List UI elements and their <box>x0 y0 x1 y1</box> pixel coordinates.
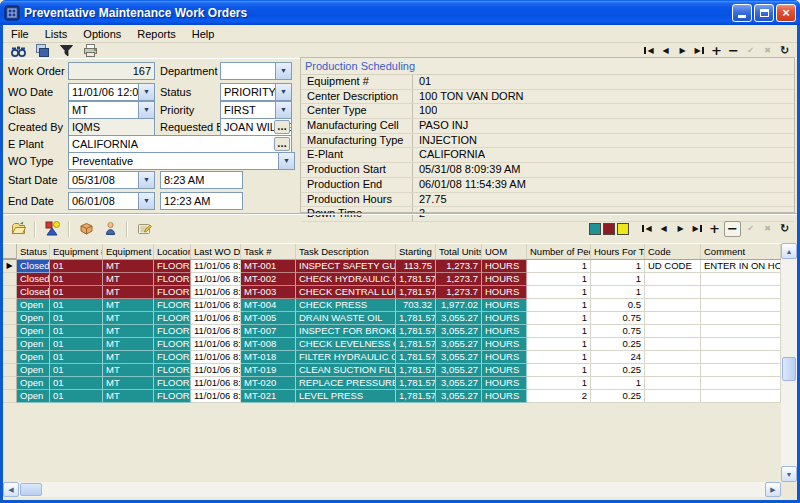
cell-uom[interactable]: HOURS <box>482 377 527 390</box>
cell-equipment_class[interactable]: MT <box>103 286 154 299</box>
cell-hours[interactable]: 1 <box>591 286 645 299</box>
ellipsis-icon[interactable]: … <box>274 120 290 134</box>
cell-uom[interactable]: HOURS <box>482 312 527 325</box>
nav-last-button[interactable]: ▶ <box>690 222 705 236</box>
table-row[interactable]: Open01MTFLOOR ...11/01/06 8:2...MT-007IN… <box>3 325 781 338</box>
cell-task_description[interactable]: INSPECT FOR BROKE... <box>296 325 396 338</box>
cell-task[interactable]: MT-002 <box>241 273 296 286</box>
cell-task[interactable]: MT-007 <box>241 325 296 338</box>
nav-next-button[interactable]: ▶ <box>673 222 688 236</box>
cell-comment[interactable] <box>701 325 781 338</box>
cell-last_wo_date[interactable]: 11/01/06 8:2... <box>191 325 241 338</box>
table-row[interactable]: Closed01MTFLOOR ...11/01/06 8:2...MT-003… <box>3 286 781 299</box>
chevron-down-icon[interactable]: ▼ <box>138 172 154 188</box>
cell-task[interactable]: MT-020 <box>241 377 296 390</box>
cell-location[interactable]: FLOOR ... <box>154 312 191 325</box>
cell-location[interactable]: FLOOR ... <box>154 351 191 364</box>
cell-code[interactable] <box>645 338 701 351</box>
wo-date-field[interactable]: 11/01/06 12:00:00 AM▼ <box>68 83 155 101</box>
filter-button[interactable] <box>56 42 76 59</box>
department-field[interactable]: ▼ <box>220 62 292 80</box>
class-field[interactable]: MT▼ <box>68 101 155 119</box>
column-header-code[interactable]: Code <box>645 244 701 259</box>
cell-uom[interactable]: HOURS <box>482 390 527 403</box>
cell-equipment_class[interactable]: MT <box>103 351 154 364</box>
cell-comment[interactable] <box>701 286 781 299</box>
cell-uom[interactable]: HOURS <box>482 325 527 338</box>
ellipsis-icon[interactable]: … <box>274 137 290 151</box>
created-by-field[interactable]: IQMS <box>68 118 155 136</box>
cell-total_units[interactable]: 1,273.7 <box>436 260 482 273</box>
cell-equipment[interactable]: 01 <box>50 286 103 299</box>
requested-by-field[interactable]: JOAN WILDER… <box>220 118 292 136</box>
row-marker[interactable] <box>3 390 17 403</box>
cell-status[interactable]: Closed <box>17 260 50 273</box>
cell-location[interactable]: FLOOR ... <box>154 273 191 286</box>
cell-code[interactable] <box>645 325 701 338</box>
nav-insert-button[interactable]: + <box>709 43 724 57</box>
cell-people[interactable]: 1 <box>527 364 591 377</box>
cell-starting_units[interactable]: 1,781.57 <box>396 377 436 390</box>
cell-equipment_class[interactable]: MT <box>103 325 154 338</box>
table-row[interactable]: Open01MTFLOOR ...11/01/06 8:2...MT-005DR… <box>3 312 781 325</box>
cell-equipment[interactable]: 01 <box>50 260 103 273</box>
cell-task[interactable]: MT-004 <box>241 299 296 312</box>
close-button[interactable]: × <box>776 4 796 22</box>
cell-task_description[interactable]: LEVEL PRESS <box>296 390 396 403</box>
row-marker[interactable] <box>3 286 17 299</box>
cell-equipment_class[interactable]: MT <box>103 260 154 273</box>
cell-total_units[interactable]: 1,273.7 <box>436 273 482 286</box>
cell-status[interactable]: Open <box>17 338 50 351</box>
cell-location[interactable]: FLOOR ... <box>154 364 191 377</box>
nav-refresh-button[interactable]: ↻ <box>777 222 792 236</box>
table-row[interactable]: Closed01MTFLOOR ...11/01/06 8:2...MT-002… <box>3 273 781 286</box>
row-marker[interactable] <box>3 312 17 325</box>
cell-equipment_class[interactable]: MT <box>103 338 154 351</box>
cell-people[interactable]: 1 <box>527 273 591 286</box>
table-row[interactable]: Open01MTFLOOR ...11/01/06 8:2...MT-019CL… <box>3 364 781 377</box>
cell-location[interactable]: FLOOR ... <box>154 286 191 299</box>
cell-uom[interactable]: HOURS <box>482 338 527 351</box>
row-marker[interactable] <box>3 273 17 286</box>
package-button[interactable] <box>76 220 96 237</box>
cell-status[interactable]: Open <box>17 325 50 338</box>
cell-location[interactable]: FLOOR ... <box>154 338 191 351</box>
cell-total_units[interactable]: 3,055.27 <box>436 377 482 390</box>
edit-note-button[interactable] <box>134 220 154 237</box>
cell-starting_units[interactable]: 1,781.57 <box>396 364 436 377</box>
work-order-field[interactable]: 167 <box>68 62 155 80</box>
cell-comment[interactable] <box>701 273 781 286</box>
cell-people[interactable]: 1 <box>527 325 591 338</box>
horizontal-scrollbar[interactable]: ◀ ▶ <box>3 482 781 497</box>
table-row[interactable]: ▶Closed01MTFLOOR ...11/01/06 8:2...MT-00… <box>3 260 781 273</box>
column-header-starting_units[interactable]: Starting Units <box>396 244 436 259</box>
nav-refresh-button[interactable]: ↻ <box>777 43 792 57</box>
cell-comment[interactable] <box>701 351 781 364</box>
chevron-down-icon[interactable]: ▼ <box>275 84 291 100</box>
cell-task_description[interactable]: REPLACE PRESSURE... <box>296 377 396 390</box>
cell-people[interactable]: 1 <box>527 286 591 299</box>
cell-last_wo_date[interactable]: 11/01/06 8:2... <box>191 260 241 273</box>
cell-comment[interactable] <box>701 299 781 312</box>
cell-comment[interactable] <box>701 364 781 377</box>
cell-equipment_class[interactable]: MT <box>103 312 154 325</box>
chevron-down-icon[interactable]: ▼ <box>138 84 154 100</box>
cell-task_description[interactable]: CHECK LEVELNESS O... <box>296 338 396 351</box>
cell-total_units[interactable]: 3,055.27 <box>436 351 482 364</box>
column-header-status[interactable]: Status <box>17 244 50 259</box>
row-marker[interactable] <box>3 338 17 351</box>
cell-total_units[interactable]: 3,055.27 <box>436 338 482 351</box>
cell-last_wo_date[interactable]: 11/01/06 8:2... <box>191 273 241 286</box>
chevron-down-icon[interactable]: ▼ <box>275 63 291 79</box>
nav-delete-button[interactable]: − <box>726 43 741 57</box>
cell-people[interactable]: 1 <box>527 338 591 351</box>
cell-code[interactable] <box>645 377 701 390</box>
cell-last_wo_date[interactable]: 11/01/06 8:2... <box>191 338 241 351</box>
print-button[interactable] <box>80 42 100 59</box>
chevron-down-icon[interactable]: ▼ <box>278 153 294 169</box>
cell-comment[interactable] <box>701 312 781 325</box>
cell-status[interactable]: Open <box>17 390 50 403</box>
cell-hours[interactable]: 0.25 <box>591 338 645 351</box>
cell-equipment[interactable]: 01 <box>50 338 103 351</box>
scroll-right-icon[interactable]: ▶ <box>765 482 781 497</box>
